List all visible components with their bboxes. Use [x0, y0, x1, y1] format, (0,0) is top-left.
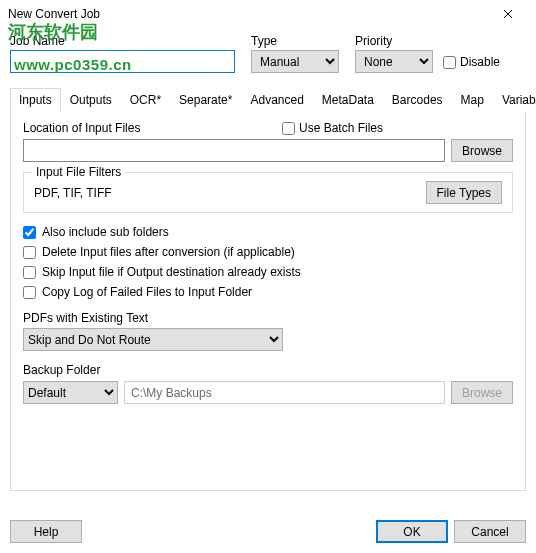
- backup-label: Backup Folder: [23, 363, 513, 377]
- browse-location-button[interactable]: Browse: [451, 139, 513, 162]
- tab-map[interactable]: Map: [452, 88, 493, 111]
- tab-variables[interactable]: Variables: [493, 88, 536, 111]
- tab-outputs[interactable]: Outputs: [61, 88, 121, 111]
- check-skip-existing[interactable]: Skip Input file if Output destination al…: [23, 265, 513, 279]
- filters-group: Input File Filters PDF, TIF, TIFF File T…: [23, 172, 513, 213]
- window-title: New Convert Job: [8, 7, 488, 21]
- disable-checkbox-wrap[interactable]: Disable: [443, 51, 500, 73]
- disable-checkbox[interactable]: [443, 56, 456, 69]
- tab-barcodes[interactable]: Barcodes: [383, 88, 452, 111]
- location-label: Location of Input Files: [23, 121, 282, 135]
- check-subfolders[interactable]: Also include sub folders: [23, 225, 513, 239]
- jobname-label: Job Name: [10, 34, 235, 48]
- use-batch-label: Use Batch Files: [299, 121, 383, 135]
- tab-separate[interactable]: Separate*: [170, 88, 241, 111]
- use-batch-checkbox[interactable]: [282, 122, 295, 135]
- ok-button[interactable]: OK: [376, 520, 448, 543]
- titlebar: New Convert Job: [0, 0, 536, 28]
- type-label: Type: [251, 34, 339, 48]
- pdfs-label: PDFs with Existing Text: [23, 311, 513, 325]
- check-delete-input-box[interactable]: [23, 246, 36, 259]
- use-batch-wrap[interactable]: Use Batch Files: [282, 121, 383, 135]
- cancel-button[interactable]: Cancel: [454, 520, 526, 543]
- help-button[interactable]: Help: [10, 520, 82, 543]
- location-input[interactable]: [23, 139, 445, 162]
- tab-inputs[interactable]: Inputs: [10, 88, 61, 111]
- jobname-column: 河东软件园 Job Name www.pc0359.cn: [10, 34, 235, 73]
- close-button[interactable]: [488, 0, 528, 28]
- close-icon: [503, 9, 513, 19]
- check-subfolders-box[interactable]: [23, 226, 36, 239]
- tab-panel-inputs: Location of Input Files Use Batch Files …: [10, 111, 526, 491]
- check-skip-existing-box[interactable]: [23, 266, 36, 279]
- backup-browse-button: Browse: [451, 381, 513, 404]
- check-copy-log[interactable]: Copy Log of Failed Files to Input Folder: [23, 285, 513, 299]
- tab-ocr[interactable]: OCR*: [121, 88, 170, 111]
- filters-group-title: Input File Filters: [32, 165, 125, 179]
- check-delete-input[interactable]: Delete Input files after conversion (if …: [23, 245, 513, 259]
- tab-advanced[interactable]: Advanced: [241, 88, 312, 111]
- disable-label: Disable: [460, 55, 500, 69]
- pdfs-select[interactable]: Skip and Do Not Route: [23, 328, 283, 351]
- tab-metadata[interactable]: MetaData: [313, 88, 383, 111]
- backup-path-input: [124, 381, 445, 404]
- tab-strip: Inputs Outputs OCR* Separate* Advanced M…: [10, 87, 526, 111]
- footer: Help OK Cancel: [10, 520, 526, 543]
- filters-text: PDF, TIF, TIFF: [34, 186, 426, 200]
- priority-label: Priority: [355, 34, 433, 48]
- file-types-button[interactable]: File Types: [426, 181, 502, 204]
- backup-mode-select[interactable]: Default: [23, 381, 118, 404]
- check-copy-log-box[interactable]: [23, 286, 36, 299]
- type-select[interactable]: Manual: [251, 50, 339, 73]
- priority-select[interactable]: None: [355, 50, 433, 73]
- jobname-input[interactable]: [10, 50, 235, 73]
